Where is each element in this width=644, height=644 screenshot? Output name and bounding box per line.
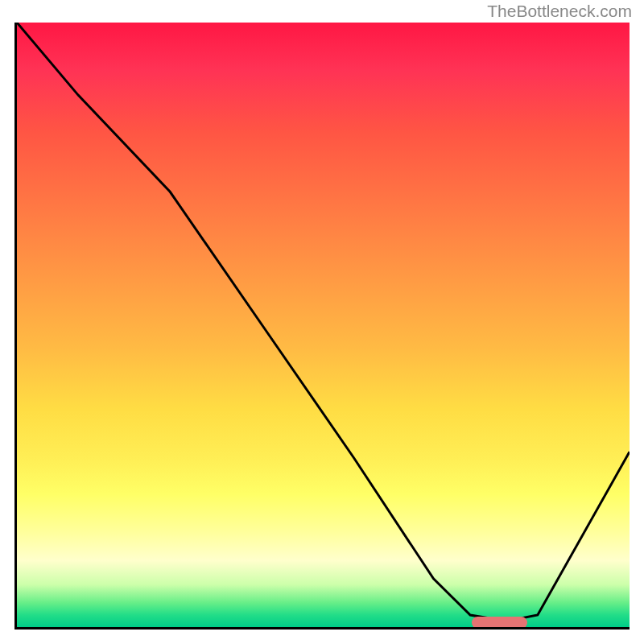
chart-area [14, 23, 630, 630]
optimal-marker [472, 617, 527, 629]
curve-line [17, 23, 630, 627]
watermark-text: TheBottleneck.com [487, 2, 632, 21]
